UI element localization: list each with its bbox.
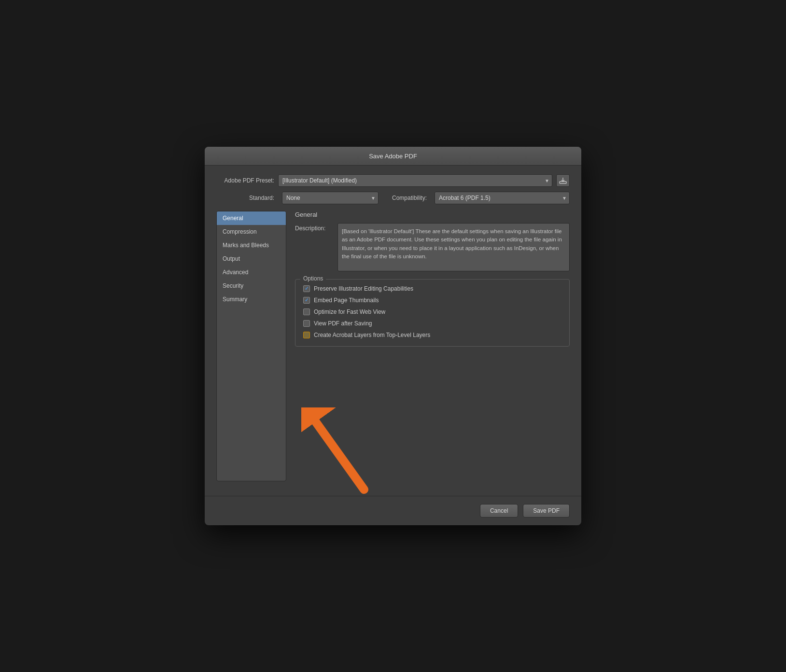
footer: Cancel Save PDF (205, 496, 581, 525)
preset-label: Adobe PDF Preset: (216, 177, 274, 184)
compat-select-wrapper: Acrobat 4 (PDF 1.3)Acrobat 5 (PDF 1.4)Ac… (435, 192, 570, 204)
standard-compat-row: Standard: NonePDF/X-1a:2001PDF/X-3:2002P… (216, 192, 570, 204)
sidebar-item-output[interactable]: Output (217, 252, 286, 266)
sidebar: General Compression Marks and Bleeds Out… (216, 211, 286, 481)
save-pdf-button[interactable]: Save PDF (523, 504, 570, 518)
main-area: General Compression Marks and Bleeds Out… (216, 211, 570, 481)
sidebar-item-security[interactable]: Security (217, 279, 286, 293)
optimize-label: Optimize for Fast Web View (314, 308, 385, 315)
panel-title: General (295, 211, 570, 218)
description-box: [Based on 'Illustrator Default'] These a… (337, 223, 570, 271)
arrow-annotation (301, 407, 379, 496)
svg-line-3 (316, 422, 364, 490)
view-after-label: View PDF after Saving (314, 320, 372, 327)
arrow-icon (301, 407, 379, 494)
dialog-content: Adobe PDF Preset: [Illustrator Default] … (205, 166, 581, 491)
save-preset-button[interactable] (556, 174, 570, 187)
preserve-checkbox[interactable] (303, 285, 310, 292)
save-pdf-dialog: Save Adobe PDF Adobe PDF Preset: [Illust… (205, 147, 581, 525)
standard-select[interactable]: NonePDF/X-1a:2001PDF/X-3:2002PDF/X-4:201… (282, 192, 379, 204)
sidebar-item-summary[interactable]: Summary (217, 293, 286, 306)
description-row: Description: [Based on 'Illustrator Defa… (295, 223, 570, 271)
thumbnails-checkbox[interactable] (303, 297, 310, 304)
layers-label: Create Acrobat Layers from Top-Level Lay… (314, 332, 430, 338)
compatibility-label: Compatibility: (392, 195, 427, 201)
compatibility-select[interactable]: Acrobat 4 (PDF 1.3)Acrobat 5 (PDF 1.4)Ac… (435, 192, 570, 204)
checkbox-row-layers: Create Acrobat Layers from Top-Level Lay… (303, 332, 561, 338)
cancel-button[interactable]: Cancel (480, 504, 518, 518)
optimize-checkbox[interactable] (303, 308, 310, 315)
sidebar-item-compression[interactable]: Compression (217, 225, 286, 238)
sidebar-item-general[interactable]: General (217, 211, 286, 225)
title-bar: Save Adobe PDF (205, 147, 581, 166)
options-group: Options Preserve Illustrator Editing Cap… (295, 279, 570, 347)
options-group-label: Options (300, 275, 326, 282)
preset-select-wrapper: [Illustrator Default] (Modified)[High Qu… (278, 174, 552, 187)
standard-label: Standard: (216, 195, 274, 201)
layers-checkbox[interactable] (303, 332, 310, 338)
checkbox-row-optimize: Optimize for Fast Web View (303, 308, 561, 315)
checkbox-row-thumbnails: Embed Page Thumbnails (303, 297, 561, 304)
general-panel: General Description: [Based on 'Illustra… (286, 211, 570, 481)
download-preset-icon (559, 177, 567, 184)
description-label: Description: (295, 223, 334, 271)
checkbox-row-view-after: View PDF after Saving (303, 320, 561, 327)
thumbnails-label: Embed Page Thumbnails (314, 297, 379, 304)
preserve-label: Preserve Illustrator Editing Capabilitie… (314, 285, 413, 292)
view-after-checkbox[interactable] (303, 320, 310, 327)
checkbox-row-preserve: Preserve Illustrator Editing Capabilitie… (303, 285, 561, 292)
preset-row: Adobe PDF Preset: [Illustrator Default] … (216, 174, 570, 187)
sidebar-item-marks-bleeds[interactable]: Marks and Bleeds (217, 238, 286, 252)
sidebar-item-advanced[interactable]: Advanced (217, 266, 286, 279)
dialog-title: Save Adobe PDF (369, 153, 417, 160)
preset-select[interactable]: [Illustrator Default] (Modified)[High Qu… (278, 174, 552, 187)
standard-select-wrapper: NonePDF/X-1a:2001PDF/X-3:2002PDF/X-4:201… (282, 192, 379, 204)
